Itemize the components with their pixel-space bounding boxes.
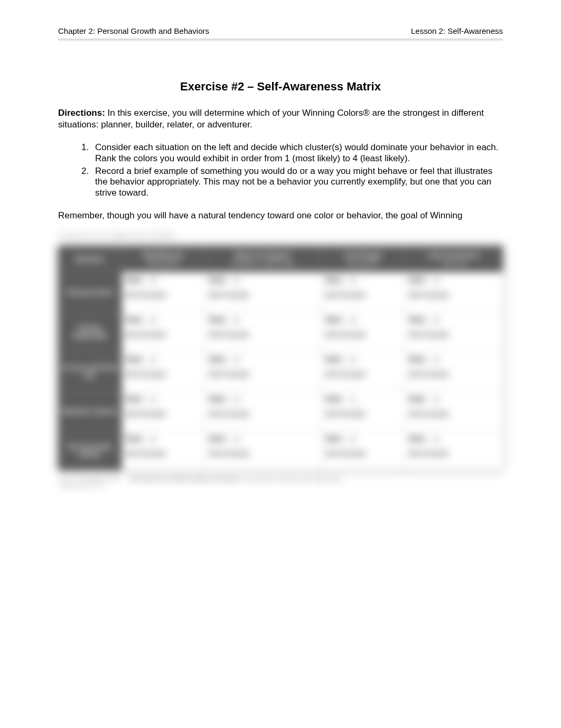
matrix-table: Situation Plan/Plannerprefer green Work … bbox=[58, 246, 503, 471]
rank-label: Rank: bbox=[326, 356, 343, 363]
rank-value[interactable]: 4 bbox=[148, 435, 158, 443]
matrix-cell[interactable]: Rank:4Brief Example: bbox=[321, 431, 405, 471]
matrix-cell[interactable]: Rank:3Brief Example: bbox=[405, 272, 503, 312]
table-row: During family eventsRank:4Brief Example:… bbox=[58, 431, 503, 471]
rank-label: Rank: bbox=[126, 316, 144, 324]
rank-label: Rank: bbox=[209, 395, 227, 403]
brief-example-label: Brief Example: bbox=[126, 331, 201, 338]
matrix-cell[interactable]: Rank:4Brief Example: bbox=[405, 312, 503, 352]
col-adventurer: Like Excitementmost of all bbox=[405, 246, 503, 272]
rank-label: Rank: bbox=[209, 435, 227, 443]
rank-line: Rank:1 bbox=[326, 395, 400, 403]
rank-value[interactable]: 3 bbox=[348, 277, 358, 284]
rank-value[interactable]: 4 bbox=[348, 356, 358, 363]
rank-label: Rank: bbox=[326, 395, 343, 403]
matrix-cell[interactable]: Rank:4Brief Example: bbox=[321, 352, 405, 391]
brief-example-label: Brief Example: bbox=[126, 291, 201, 299]
brief-example-label: Brief Example: bbox=[409, 450, 498, 457]
row-label: During family events bbox=[58, 431, 121, 471]
directions-paragraph: Directions: In this exercise, you will d… bbox=[58, 107, 503, 131]
matrix-cell[interactable]: Rank:4Brief Example: bbox=[405, 431, 503, 471]
rank-line: Rank:4 bbox=[409, 395, 498, 403]
rank-label: Rank: bbox=[409, 277, 426, 284]
brief-example-label: Brief Example: bbox=[126, 410, 201, 418]
rank-label: Rank: bbox=[126, 435, 144, 443]
matrix-cell[interactable]: Rank:4Brief Example: bbox=[321, 312, 405, 352]
brief-example-label: Brief Example: bbox=[209, 371, 316, 378]
page-header: Chapter 2: Personal Growth and Behaviors… bbox=[58, 26, 503, 42]
rank-label: Rank: bbox=[126, 356, 144, 363]
rank-label: Rank: bbox=[326, 316, 343, 324]
rank-label: Rank: bbox=[409, 435, 426, 443]
matrix-cell[interactable]: Rank:2Brief Example: bbox=[121, 391, 205, 431]
matrix-cell[interactable]: Rank:4Brief Example: bbox=[405, 352, 503, 391]
matrix-cell[interactable]: Rank:1Brief Example: bbox=[321, 391, 405, 431]
instructions-list: 1. Consider each situation on the left a… bbox=[81, 142, 503, 198]
rank-label: Rank: bbox=[209, 356, 227, 363]
table-row: During leadershipRank:4Brief Example:Ran… bbox=[58, 312, 503, 352]
matrix-cell[interactable]: Rank:4Brief Example: bbox=[205, 352, 321, 391]
rank-value[interactable]: 2 bbox=[148, 395, 158, 403]
rank-value[interactable]: 2 bbox=[148, 356, 158, 363]
row-label: At your part-time job bbox=[58, 352, 121, 391]
header-left: Chapter 2: Personal Growth and Behaviors bbox=[58, 26, 209, 35]
remember-text: Remember, though you will have a natural… bbox=[58, 210, 503, 222]
rank-value[interactable]: 3 bbox=[148, 277, 158, 284]
rank-line: Rank:4 bbox=[126, 316, 201, 324]
brief-example-label: Brief Example: bbox=[409, 331, 498, 338]
rank-line: Rank:4 bbox=[209, 356, 316, 363]
matrix-cell[interactable]: Rank:4Brief Example: bbox=[205, 391, 321, 431]
table-header-row: Situation Plan/Plannerprefer green Work … bbox=[58, 246, 503, 272]
matrix-cell[interactable]: Rank:4Brief Example: bbox=[121, 312, 205, 352]
col-planner: Plan/Plannerprefer green bbox=[121, 246, 205, 272]
rank-value[interactable]: 4 bbox=[231, 316, 241, 324]
rank-value[interactable]: 3 bbox=[431, 277, 442, 284]
rank-value[interactable]: 4 bbox=[148, 316, 158, 324]
list-item: 2. Record a brief example of something y… bbox=[81, 166, 503, 198]
rank-label: Rank: bbox=[209, 316, 227, 324]
brief-example-label: Brief Example: bbox=[126, 450, 201, 457]
directions-text: In this exercise, you will determine whi… bbox=[58, 108, 484, 130]
brief-example-label: Brief Example: bbox=[209, 331, 316, 338]
rank-label: Rank: bbox=[326, 277, 343, 284]
page-title: Exercise #2 – Self-Awareness Matrix bbox=[58, 80, 503, 94]
rank-line: Rank:4 bbox=[326, 356, 400, 363]
rank-line: Rank:3 bbox=[209, 277, 316, 284]
matrix-cell[interactable]: Rank:4Brief Example: bbox=[205, 312, 321, 352]
rank-value[interactable]: 4 bbox=[431, 316, 442, 324]
rank-value[interactable]: 4 bbox=[348, 316, 358, 324]
brief-example-label: Brief Example: bbox=[209, 450, 316, 457]
brief-example-label: Brief Example: bbox=[126, 371, 201, 378]
brief-example-label: Brief Example: bbox=[326, 291, 400, 299]
brief-example-label: Brief Example: bbox=[326, 410, 400, 418]
rank-value[interactable]: 4 bbox=[231, 435, 241, 443]
rank-value[interactable]: 4 bbox=[348, 435, 358, 443]
rank-line: Rank:4 bbox=[326, 435, 400, 443]
rank-line: Rank:4 bbox=[209, 435, 316, 443]
matrix-cell[interactable]: Rank:3Brief Example: bbox=[321, 272, 405, 312]
matrix-cell[interactable]: Rank:4Brief Example: bbox=[121, 431, 205, 471]
rank-value[interactable]: 4 bbox=[231, 356, 241, 363]
list-text: Consider each situation on the left and … bbox=[95, 142, 503, 164]
col-builder: Work on Projectsand Build – prefer brown bbox=[205, 246, 321, 272]
matrix-cell[interactable]: Rank:3Brief Example: bbox=[121, 272, 205, 312]
brief-example-label: Brief Example: bbox=[326, 371, 400, 378]
matrix-cell[interactable]: Rank:3Brief Example: bbox=[205, 272, 321, 312]
brief-example-label: Brief Example: bbox=[409, 410, 498, 418]
table-row: At your part-time jobRank:2Brief Example… bbox=[58, 352, 503, 391]
rank-value[interactable]: 4 bbox=[231, 395, 241, 403]
page-footer: Unit 3: Foundations for Success (LET 1) … bbox=[58, 475, 503, 490]
rank-value[interactable]: 4 bbox=[431, 356, 442, 363]
rank-label: Rank: bbox=[326, 435, 343, 443]
matrix-cell[interactable]: Rank:4Brief Example: bbox=[405, 391, 503, 431]
rank-value[interactable]: 1 bbox=[348, 395, 358, 403]
matrix-cell[interactable]: Rank:2Brief Example: bbox=[121, 352, 205, 391]
directions-label: Directions: bbox=[58, 108, 105, 118]
matrix-cell[interactable]: Rank:4Brief Example: bbox=[205, 431, 321, 471]
list-item: 1. Consider each situation on the left a… bbox=[81, 142, 503, 164]
rank-value[interactable]: 4 bbox=[431, 435, 442, 443]
rank-value[interactable]: 3 bbox=[231, 277, 241, 284]
rank-line: Rank:4 bbox=[326, 316, 400, 324]
rank-value[interactable]: 4 bbox=[431, 395, 442, 403]
footer-left: Unit 3: Foundations for Success (LET 1) bbox=[60, 476, 119, 489]
